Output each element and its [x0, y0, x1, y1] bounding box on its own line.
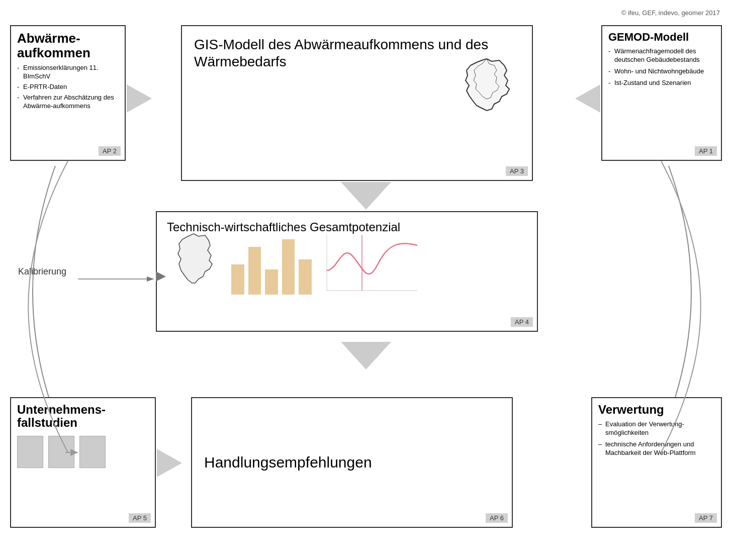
- bar-3: [265, 269, 278, 295]
- box-gemod: GEMOD-Modell Wärmenachfragemodell des de…: [601, 25, 722, 161]
- bar-1: [231, 264, 244, 295]
- arrow-gis-down: [341, 182, 391, 210]
- arrow-unternehmen-to-handlung: [157, 449, 182, 477]
- verwertung-item-2: technische Anforderungen und Machbarkeit…: [598, 440, 715, 457]
- box-verwertung: Verwertung Evaluation der Verwertung-smö…: [591, 397, 722, 528]
- doc-icons: [17, 436, 149, 468]
- bar-2: [248, 247, 261, 295]
- germany-map-top: [451, 56, 522, 122]
- line-chart-ap4: [322, 230, 422, 296]
- doc-icon-3: [79, 436, 106, 468]
- bar-chart-ap4: [231, 231, 312, 297]
- germany-map-ap4: [166, 231, 221, 297]
- ap-badge-3: AP 3: [506, 166, 528, 176]
- unternehmen-title: Unternehmens-fallstudien: [17, 403, 149, 430]
- abwaerme-item-3: Verfahren zur Abschätzung des Abwärme-au…: [17, 94, 119, 111]
- doc-icon-1: [17, 436, 43, 468]
- ap-badge-2: AP 2: [99, 146, 121, 156]
- box-gis: GIS-Modell des Abwärmeaufkommens und des…: [181, 25, 533, 181]
- kalibrierung-label: Kalibrierung: [18, 266, 66, 277]
- arrow-ap4-down: [341, 342, 391, 369]
- ap-badge-6: AP 6: [486, 513, 508, 523]
- arrow-abwaerme-to-gis: [127, 84, 152, 113]
- ap-badge-4: AP 4: [511, 317, 533, 327]
- gemod-list: Wärmenachfragemodell des deutschen Gebäu…: [608, 47, 715, 87]
- bar-5: [299, 259, 312, 295]
- bar-4: [282, 239, 295, 295]
- gemod-item-1: Wärmenachfragemodell des deutschen Gebäu…: [608, 47, 715, 64]
- verwertung-title: Verwertung: [598, 403, 715, 416]
- ap-badge-5: AP 5: [129, 513, 151, 523]
- handlung-title: Handlungsempfehlungen: [204, 454, 372, 471]
- ap-badge-7: AP 7: [695, 513, 717, 523]
- gemod-title: GEMOD-Modell: [608, 31, 715, 43]
- verwertung-item-1: Evaluation der Verwertung-smöglichkeiten: [598, 420, 715, 437]
- abwaerme-title: Abwärme-aufkommen: [17, 31, 119, 60]
- box-abwaerme: Abwärme-aufkommen Emissionserklärungen 1…: [10, 25, 126, 161]
- doc-icon-2: [48, 436, 74, 468]
- ap-badge-1: AP 1: [695, 146, 717, 156]
- box-unternehmen: Unternehmens-fallstudien AP 5: [10, 397, 156, 528]
- box-handlung: Handlungsempfehlungen AP 6: [191, 397, 513, 528]
- arrow-gemod-to-gis: [575, 84, 600, 113]
- abwaerme-item-2: E-PRTR-Daten: [17, 83, 119, 91]
- gemod-item-2: Wohn- und Nichtwohngebäude: [608, 67, 715, 76]
- copyright-text: © ifeu, GEF, indevo, geomer 2017: [621, 9, 720, 17]
- gemod-item-3: Ist-Zustand und Szenarien: [608, 79, 715, 87]
- abwaerme-list: Emissionserklärungen 11. BImSchV E-PRTR-…: [17, 64, 119, 110]
- abwaerme-item-1: Emissionserklärungen 11. BImSchV: [17, 64, 119, 81]
- verwertung-list: Evaluation der Verwertung-smöglichkeiten…: [598, 420, 715, 457]
